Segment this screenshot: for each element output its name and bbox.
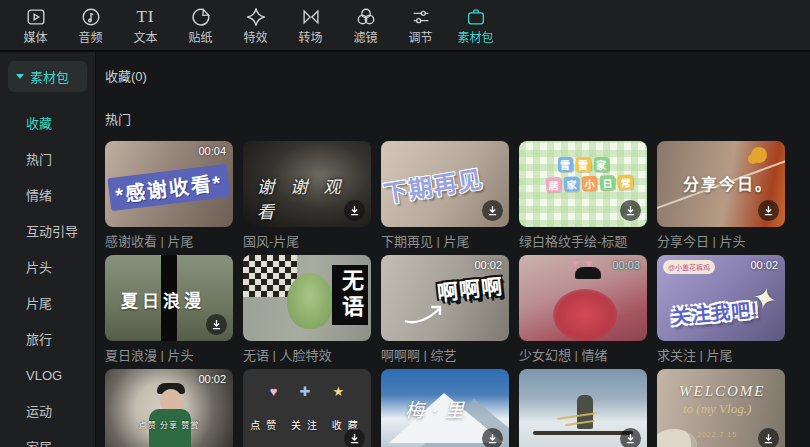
tab-material-package[interactable]: 素材包 [448, 5, 503, 45]
material-card[interactable]: 雪 雪 家 居 家 小 日 常 [519, 141, 647, 248]
thumbnail-overlay-text: 分享今日。 [683, 171, 773, 195]
thumbnail: WELCOME to (my Vlog.) 2022.7.15 [657, 369, 785, 447]
download-icon[interactable] [344, 428, 365, 447]
sticker-icon [190, 5, 212, 29]
tab-adjust[interactable]: 调节 [393, 5, 448, 45]
duration-badge: 00:02 [750, 259, 778, 271]
heart-icon: ♥ [270, 385, 278, 398]
sidebar-item-intro[interactable]: 片头 [0, 250, 95, 286]
tab-label: 特效 [243, 31, 267, 45]
material-card[interactable]: 00:02 @小盖花裤鸡 ✦ 关注我吧! 求关注 | 片尾 [657, 255, 785, 362]
green-face-decor [287, 273, 333, 329]
material-card[interactable]: 谢 谢 观 看 国风-片尾 [243, 141, 371, 248]
thumbnail-overlay-text: 无语 [332, 265, 368, 325]
material-package-icon [465, 5, 487, 29]
thumbnail: 谢 谢 观 看 [243, 141, 371, 227]
sidebar-item-favorites[interactable]: 收藏 [0, 106, 95, 142]
material-card-label: 绿白格纹手绘-标题 [519, 232, 627, 248]
thumbnail-overlay-date: 2022.7.15 [697, 431, 737, 438]
main-content: 收藏(0) 热门 00:04 *感谢收看* 感谢收看 | 片尾 谢 谢 观 看 [97, 52, 810, 447]
sidebar-item-travel[interactable]: 旅行 [0, 322, 95, 358]
material-card-label: 国风-片尾 [243, 232, 299, 248]
thumbnail [519, 369, 647, 447]
creator-handle-badge: @小盖花裤鸡 [663, 260, 715, 274]
tab-audio[interactable]: 音频 [63, 5, 118, 45]
sunflower-decor [751, 147, 767, 163]
sidebar-header-material-package[interactable]: 素材包 [8, 61, 87, 92]
top-toolbar: 媒体 音频 TI 文本 贴纸 特效 转场 [0, 0, 810, 52]
material-card[interactable]: 分享今日。 分享今日 | 片头 [657, 141, 785, 248]
thumbnail: 无语 [243, 255, 371, 341]
sidebar-item-home[interactable]: 家居 [0, 430, 95, 447]
material-card-label: 啊啊啊 | 综艺 [381, 346, 457, 362]
material-card[interactable]: WELCOME to (my Vlog.) 2022.7.15 Welcom..… [657, 369, 785, 447]
text-icon: TI [136, 5, 154, 29]
tab-text[interactable]: TI 文本 [118, 5, 173, 45]
thumbnail: 梅·里 [381, 369, 509, 447]
download-icon[interactable] [344, 200, 365, 221]
material-card[interactable]: 00:02 啊啊啊 啊啊啊 | 综艺 [381, 255, 509, 362]
sidebar-item-outro[interactable]: 片尾 [0, 286, 95, 322]
material-card[interactable]: 美景诗句 | 旅行 [519, 369, 647, 447]
sidebar-item-hot[interactable]: 热门 [0, 142, 95, 178]
filter-icon [355, 5, 377, 29]
material-card-label: 分享今日 | 片头 [657, 232, 746, 248]
duration-badge: 00:04 [198, 145, 226, 157]
thumbnail: ♥ ✚ ★ 点赞 关注 收藏 [243, 369, 371, 447]
material-grid: 00:04 *感谢收看* 感谢收看 | 片尾 谢 谢 观 看 国风-片尾 下期 [105, 141, 810, 447]
plus-icon: ✚ [300, 385, 311, 398]
sidebar-item-sport[interactable]: 运动 [0, 394, 95, 430]
thumbnail-overlay-text: 梅·里 [405, 395, 472, 422]
thumbnail: 00:04 *感谢收看* [105, 141, 233, 227]
tab-sticker[interactable]: 贴纸 [173, 5, 228, 45]
tab-label: 媒体 [23, 31, 47, 45]
thumbnail-overlay-text: to (my Vlog.) [683, 401, 751, 417]
tab-filter[interactable]: 滤镜 [338, 5, 393, 45]
thumbnail-tile-text: 雪 雪 家 居 家 小 日 常 [519, 157, 647, 191]
download-icon[interactable] [482, 200, 503, 221]
material-card[interactable]: 00:02 点赞 分享 赞赏 点赞分享赞赏 | 片尾 [105, 369, 233, 447]
download-icon[interactable] [206, 314, 227, 335]
hat-decor [575, 267, 601, 279]
tab-effects[interactable]: 特效 [228, 5, 283, 45]
material-card-label: 夏日浪漫 | 片头 [105, 346, 194, 362]
sidebar-item-emotion[interactable]: 情绪 [0, 178, 95, 214]
thumbnail: 分享今日。 [657, 141, 785, 227]
download-icon[interactable] [620, 428, 641, 447]
sidebar-item-vlog[interactable]: VLOG [0, 358, 95, 394]
thumbnail-overlay-text: 下期再见 [381, 159, 485, 209]
effects-star-icon [245, 5, 267, 29]
thumbnail-overlay-text: 夏日浪漫 [121, 287, 205, 312]
tab-label: 贴纸 [188, 31, 212, 45]
download-icon[interactable] [482, 428, 503, 447]
material-card[interactable]: 00:03 ♥ ♥ 少女幻想 | 情绪 [519, 255, 647, 362]
thumbnail: 00:02 点赞 分享 赞赏 [105, 369, 233, 447]
material-card[interactable]: 梅·里 旅行目的地 | 片头 [381, 369, 509, 447]
download-icon[interactable] [620, 200, 641, 221]
material-card[interactable]: 无语 无语 | 人脸特效 [243, 255, 371, 362]
thumbnail-overlay-text: WELCOME [679, 383, 766, 400]
material-card[interactable]: 下期再见 下期再见 | 片尾 [381, 141, 509, 248]
thumbnail: 下期再见 [381, 141, 509, 227]
transition-icon [300, 5, 322, 29]
duration-badge: 00:03 [612, 259, 640, 271]
download-icon[interactable] [758, 428, 779, 447]
tab-transition[interactable]: 转场 [283, 5, 338, 45]
material-card-label: 下期再见 | 片尾 [381, 232, 470, 248]
adjust-sliders-icon [410, 5, 432, 29]
thumbnail: 夏日浪漫 [105, 255, 233, 341]
download-icon[interactable] [758, 200, 779, 221]
material-card-label: 少女幻想 | 情绪 [519, 346, 608, 362]
material-card[interactable]: 夏日浪漫 夏日浪漫 | 片头 [105, 255, 233, 362]
material-card-label: 求关注 | 片尾 [657, 346, 733, 362]
bench-decor [533, 431, 633, 435]
tab-media[interactable]: 媒体 [8, 5, 63, 45]
material-card[interactable]: ♥ ✚ ★ 点赞 关注 收藏 点赞关注 | 旅行 [243, 369, 371, 447]
thumbnail-overlay-text: *感谢收看* [107, 164, 230, 211]
sidebar-item-interaction[interactable]: 互动引导 [0, 214, 95, 250]
material-card[interactable]: 00:04 *感谢收看* 感谢收看 | 片尾 [105, 141, 233, 248]
sidebar-header-label: 素材包 [30, 67, 69, 86]
duration-badge: 00:02 [474, 259, 502, 271]
favorites-count-header: 收藏(0) [105, 66, 810, 85]
material-card-label: 感谢收看 | 片尾 [105, 232, 194, 248]
